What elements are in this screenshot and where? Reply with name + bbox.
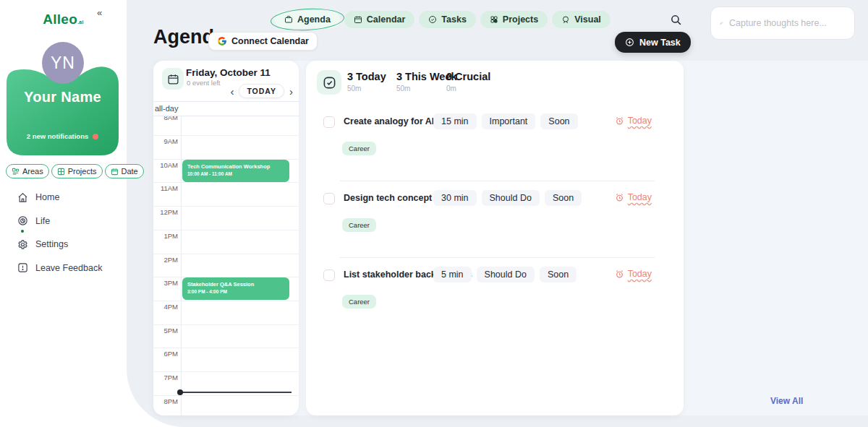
hour-label: 12PM: [153, 208, 178, 216]
date-chip[interactable]: Date: [105, 164, 144, 178]
task-tag-career[interactable]: Career: [342, 142, 376, 155]
gear-icon: [17, 239, 28, 250]
current-time-dot: [177, 389, 183, 395]
task-priority-chip[interactable]: Important: [482, 113, 536, 129]
task-divider: [340, 257, 655, 258]
sidebar-nav: Home Life Settings Leave Feedback: [17, 191, 127, 285]
task-checkbox[interactable]: [323, 269, 335, 281]
new-task-label: New Task: [639, 38, 681, 48]
date-chip-label: Date: [122, 167, 138, 176]
all-day-label: all-day: [155, 104, 178, 113]
day-grid[interactable]: 8AM 9AM 10AM 11AM 12PM 1PM 2PM 3PM 4PM 5…: [153, 101, 299, 415]
tab-projects-label: Projects: [503, 14, 538, 25]
task-due[interactable]: Today: [615, 116, 652, 126]
next-day-chevron[interactable]: ›: [289, 86, 293, 97]
hour-label: 11AM: [153, 184, 178, 192]
task-timeframe-chip[interactable]: Soon: [545, 190, 582, 206]
tab-calendar-label: Calendar: [367, 14, 406, 25]
stat-today: 3 Today 50m: [347, 71, 386, 92]
notification-dot-icon: [93, 134, 98, 139]
task-timeframe-chip[interactable]: Soon: [540, 113, 577, 129]
all-day-row: all-day: [153, 102, 299, 116]
view-all-link[interactable]: View All: [770, 396, 803, 406]
task-due-label: Today: [628, 269, 652, 279]
capture-thoughts-input[interactable]: [729, 18, 846, 28]
stat-today-sub: 50m: [347, 85, 386, 92]
date-icon: [111, 168, 119, 176]
stat-crucial-value: 0 Crucial: [446, 71, 490, 82]
capture-thoughts-box: [710, 7, 855, 40]
event-tech-communication-workshop[interactable]: Tech Communication Workshop 10:00 AM - 1…: [182, 160, 289, 182]
task-duration-chip[interactable]: 5 min: [433, 267, 472, 282]
task-priority-chip[interactable]: Should Do: [482, 190, 540, 206]
calendar-day-icon: [162, 68, 184, 90]
task-timeframe-chip[interactable]: Soon: [540, 267, 576, 282]
user-name: Your Name: [7, 89, 119, 105]
projects-chip[interactable]: Projects: [51, 164, 103, 178]
today-button[interactable]: TODAY: [239, 84, 284, 98]
feedback-icon: [17, 262, 28, 273]
tab-visual-label: Visual: [574, 14, 601, 25]
agenda-day-card: Friday, October 11 0 event left ‹ TODAY …: [153, 61, 299, 415]
home-icon: [17, 192, 28, 203]
event-time: 10:00 AM - 11:00 AM: [187, 171, 284, 178]
connect-calendar-label: Connect Calendar: [231, 36, 309, 46]
sidebar: Alleo.ai « Your Name 2 new notifications…: [0, 0, 127, 427]
projects-chip-label: Projects: [68, 167, 97, 176]
prev-day-chevron[interactable]: ‹: [230, 86, 234, 97]
task-due[interactable]: Today: [615, 269, 652, 279]
hour-label: 10AM: [153, 161, 178, 169]
sidebar-item-label: Settings: [35, 239, 68, 249]
connect-calendar-button[interactable]: Connect Calendar: [208, 32, 318, 51]
task-due-label: Today: [628, 116, 652, 126]
tab-calendar[interactable]: Calendar: [344, 11, 415, 28]
sidebar-item-home[interactable]: Home: [17, 191, 127, 203]
stat-crucial-sub: 0m: [446, 85, 490, 92]
projects-icon: [57, 168, 65, 176]
areas-chip-label: Areas: [22, 167, 43, 176]
areas-chip[interactable]: Areas: [6, 164, 49, 178]
agenda-icon: [284, 15, 293, 24]
task-duration-chip[interactable]: 15 min: [433, 113, 477, 129]
event-title: Stakeholder Q&A Session: [187, 280, 284, 288]
alarm-icon: [615, 193, 624, 202]
collapse-sidebar-icon[interactable]: «: [97, 7, 102, 18]
stat-today-value: 3 Today: [347, 71, 386, 82]
search-icon[interactable]: [670, 14, 684, 28]
hour-label: 8PM: [153, 397, 178, 405]
task-tag-career[interactable]: Career: [342, 295, 376, 309]
current-time-line: [179, 392, 292, 393]
visual-icon: [561, 15, 570, 24]
event-stakeholder-qa-session[interactable]: Stakeholder Q&A Session 3:00 PM - 4:00 P…: [182, 277, 289, 300]
calendar-date-title: Friday, October 11: [186, 67, 271, 78]
hour-label: 7PM: [153, 374, 178, 381]
task-due[interactable]: Today: [615, 192, 652, 202]
tab-projects[interactable]: Projects: [480, 11, 548, 28]
tab-tasks[interactable]: Tasks: [419, 11, 476, 28]
tab-agenda[interactable]: Agenda: [275, 11, 340, 28]
tab-agenda-label: Agenda: [297, 14, 331, 25]
sidebar-item-life[interactable]: Life: [17, 215, 127, 227]
life-icon: [17, 215, 28, 226]
task-priority-chip[interactable]: Should Do: [477, 267, 535, 282]
event-title: Tech Communication Workshop: [187, 163, 284, 171]
sidebar-item-label: Life: [35, 216, 50, 226]
task-checkbox[interactable]: [323, 116, 335, 128]
task-duration-chip[interactable]: 30 min: [433, 190, 477, 206]
tab-visual[interactable]: Visual: [552, 11, 610, 28]
task-checkbox[interactable]: [323, 193, 335, 204]
task-due-label: Today: [628, 192, 652, 202]
task-tag-career[interactable]: Career: [342, 218, 376, 232]
avatar[interactable]: YN: [42, 42, 84, 84]
hour-label: 6PM: [153, 350, 178, 358]
stat-crucial: 0 Crucial 0m: [446, 71, 490, 92]
sidebar-item-leave-feedback[interactable]: Leave Feedback: [17, 262, 127, 274]
notifications[interactable]: 2 new notifications: [7, 132, 119, 140]
top-nav-tabs: Agenda Calendar Tasks Projects Visual: [275, 11, 610, 28]
task-divider: [340, 181, 655, 181]
sidebar-item-settings[interactable]: Settings: [17, 238, 127, 250]
hour-label: 3PM: [153, 279, 178, 287]
hour-label: 9AM: [153, 137, 178, 145]
google-icon: [217, 36, 227, 46]
new-task-button[interactable]: New Task: [615, 32, 691, 53]
